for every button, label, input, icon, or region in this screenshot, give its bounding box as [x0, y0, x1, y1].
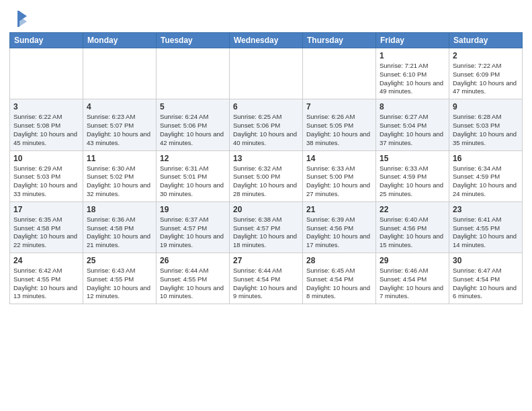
day-number: 6	[233, 102, 299, 111]
day-info: Sunrise: 6:34 AM Sunset: 4:59 PM Dayligh…	[453, 165, 519, 199]
calendar-cell: 23Sunrise: 6:41 AM Sunset: 4:55 PM Dayli…	[449, 201, 523, 253]
calendar-cell: 29Sunrise: 6:46 AM Sunset: 4:54 PM Dayli…	[376, 253, 449, 304]
calendar-cell	[230, 48, 303, 99]
calendar-cell: 27Sunrise: 6:44 AM Sunset: 4:54 PM Dayli…	[230, 253, 303, 304]
calendar-cell: 12Sunrise: 6:31 AM Sunset: 5:01 PM Dayli…	[157, 150, 230, 201]
day-number: 16	[453, 154, 519, 163]
day-number: 3	[13, 102, 79, 111]
calendar-cell: 16Sunrise: 6:34 AM Sunset: 4:59 PM Dayli…	[449, 150, 523, 201]
calendar-cell: 10Sunrise: 6:29 AM Sunset: 5:03 PM Dayli…	[10, 150, 83, 201]
day-info: Sunrise: 6:25 AM Sunset: 5:06 PM Dayligh…	[233, 113, 299, 147]
calendar-cell: 14Sunrise: 6:33 AM Sunset: 5:00 PM Dayli…	[303, 150, 376, 201]
day-number: 25	[87, 256, 152, 265]
day-number: 22	[380, 205, 445, 214]
calendar-cell: 1Sunrise: 7:21 AM Sunset: 6:10 PM Daylig…	[376, 48, 449, 99]
day-number: 30	[453, 256, 519, 265]
calendar-cell: 30Sunrise: 6:47 AM Sunset: 4:54 PM Dayli…	[449, 253, 523, 304]
day-number: 1	[380, 51, 445, 60]
day-number: 13	[233, 154, 299, 163]
day-number: 26	[160, 256, 226, 265]
page: SundayMondayTuesdayWednesdayThursdayFrid…	[0, 0, 532, 411]
calendar-week-row: 10Sunrise: 6:29 AM Sunset: 5:03 PM Dayli…	[10, 150, 523, 201]
day-of-week-header: Saturday	[449, 33, 523, 48]
day-info: Sunrise: 6:41 AM Sunset: 4:55 PM Dayligh…	[453, 216, 519, 250]
day-info: Sunrise: 6:33 AM Sunset: 5:00 PM Dayligh…	[306, 165, 372, 199]
day-number: 28	[306, 256, 372, 265]
day-number: 24	[13, 256, 79, 265]
calendar-cell: 8Sunrise: 6:27 AM Sunset: 5:04 PM Daylig…	[376, 99, 449, 150]
day-info: Sunrise: 6:40 AM Sunset: 4:56 PM Dayligh…	[380, 216, 445, 250]
day-info: Sunrise: 6:33 AM Sunset: 4:59 PM Dayligh…	[380, 165, 445, 199]
day-info: Sunrise: 6:44 AM Sunset: 4:55 PM Dayligh…	[160, 267, 226, 301]
logo-icon	[9, 9, 28, 28]
svg-rect-3	[17, 11, 19, 27]
day-info: Sunrise: 6:30 AM Sunset: 5:02 PM Dayligh…	[87, 165, 152, 199]
calendar-cell	[10, 48, 83, 99]
day-info: Sunrise: 6:42 AM Sunset: 4:55 PM Dayligh…	[13, 267, 79, 301]
day-info: Sunrise: 6:36 AM Sunset: 4:58 PM Dayligh…	[87, 216, 152, 250]
day-info: Sunrise: 6:27 AM Sunset: 5:04 PM Dayligh…	[380, 113, 445, 147]
day-of-week-header: Thursday	[303, 33, 376, 48]
calendar-cell: 24Sunrise: 6:42 AM Sunset: 4:55 PM Dayli…	[10, 253, 83, 304]
day-info: Sunrise: 6:24 AM Sunset: 5:06 PM Dayligh…	[160, 113, 226, 147]
day-info: Sunrise: 6:46 AM Sunset: 4:54 PM Dayligh…	[380, 267, 445, 301]
day-info: Sunrise: 6:47 AM Sunset: 4:54 PM Dayligh…	[453, 267, 519, 301]
day-info: Sunrise: 6:35 AM Sunset: 4:58 PM Dayligh…	[13, 216, 79, 250]
calendar-cell: 21Sunrise: 6:39 AM Sunset: 4:56 PM Dayli…	[303, 201, 376, 253]
calendar-header-row: SundayMondayTuesdayWednesdayThursdayFrid…	[10, 33, 523, 48]
day-number: 19	[160, 205, 226, 214]
calendar-cell: 20Sunrise: 6:38 AM Sunset: 4:57 PM Dayli…	[230, 201, 303, 253]
day-info: Sunrise: 6:39 AM Sunset: 4:56 PM Dayligh…	[306, 216, 372, 250]
day-of-week-header: Monday	[83, 33, 157, 48]
day-info: Sunrise: 6:26 AM Sunset: 5:05 PM Dayligh…	[306, 113, 372, 147]
day-number: 14	[306, 154, 372, 163]
calendar-cell: 28Sunrise: 6:45 AM Sunset: 4:54 PM Dayli…	[303, 253, 376, 304]
day-number: 21	[306, 205, 372, 214]
calendar-cell: 26Sunrise: 6:44 AM Sunset: 4:55 PM Dayli…	[157, 253, 230, 304]
calendar-cell: 6Sunrise: 6:25 AM Sunset: 5:06 PM Daylig…	[230, 99, 303, 150]
day-number: 12	[160, 154, 226, 163]
calendar-cell: 18Sunrise: 6:36 AM Sunset: 4:58 PM Dayli…	[83, 201, 157, 253]
day-info: Sunrise: 6:45 AM Sunset: 4:54 PM Dayligh…	[306, 267, 372, 301]
day-number: 5	[160, 102, 226, 111]
calendar-week-row: 17Sunrise: 6:35 AM Sunset: 4:58 PM Dayli…	[10, 201, 523, 253]
day-info: Sunrise: 6:43 AM Sunset: 4:55 PM Dayligh…	[87, 267, 152, 301]
calendar-cell: 11Sunrise: 6:30 AM Sunset: 5:02 PM Dayli…	[83, 150, 157, 201]
day-info: Sunrise: 6:28 AM Sunset: 5:03 PM Dayligh…	[453, 113, 519, 147]
calendar-cell: 19Sunrise: 6:37 AM Sunset: 4:57 PM Dayli…	[157, 201, 230, 253]
calendar-cell	[157, 48, 230, 99]
day-number: 17	[13, 205, 79, 214]
day-info: Sunrise: 6:31 AM Sunset: 5:01 PM Dayligh…	[160, 165, 226, 199]
calendar-cell: 3Sunrise: 6:22 AM Sunset: 5:08 PM Daylig…	[10, 99, 83, 150]
calendar-week-row: 3Sunrise: 6:22 AM Sunset: 5:08 PM Daylig…	[10, 99, 523, 150]
calendar-cell: 15Sunrise: 6:33 AM Sunset: 4:59 PM Dayli…	[376, 150, 449, 201]
logo	[9, 9, 31, 28]
calendar-cell: 9Sunrise: 6:28 AM Sunset: 5:03 PM Daylig…	[449, 99, 523, 150]
calendar-cell	[83, 48, 157, 99]
day-number: 9	[453, 102, 519, 111]
day-number: 7	[306, 102, 372, 111]
calendar-cell: 7Sunrise: 6:26 AM Sunset: 5:05 PM Daylig…	[303, 99, 376, 150]
day-number: 8	[380, 102, 445, 111]
calendar-week-row: 24Sunrise: 6:42 AM Sunset: 4:55 PM Dayli…	[10, 253, 523, 304]
day-info: Sunrise: 6:38 AM Sunset: 4:57 PM Dayligh…	[233, 216, 299, 250]
calendar: SundayMondayTuesdayWednesdayThursdayFrid…	[9, 32, 523, 304]
day-number: 23	[453, 205, 519, 214]
day-number: 2	[453, 51, 519, 60]
day-number: 27	[233, 256, 299, 265]
calendar-cell: 13Sunrise: 6:32 AM Sunset: 5:00 PM Dayli…	[230, 150, 303, 201]
day-info: Sunrise: 7:22 AM Sunset: 6:09 PM Dayligh…	[453, 62, 519, 96]
day-number: 11	[87, 154, 152, 163]
day-number: 29	[380, 256, 445, 265]
day-number: 18	[87, 205, 152, 214]
day-info: Sunrise: 7:21 AM Sunset: 6:10 PM Dayligh…	[380, 62, 445, 96]
calendar-cell: 4Sunrise: 6:23 AM Sunset: 5:07 PM Daylig…	[83, 99, 157, 150]
day-number: 10	[13, 154, 79, 163]
day-of-week-header: Sunday	[10, 33, 83, 48]
day-info: Sunrise: 6:37 AM Sunset: 4:57 PM Dayligh…	[160, 216, 226, 250]
day-number: 20	[233, 205, 299, 214]
day-info: Sunrise: 6:44 AM Sunset: 4:54 PM Dayligh…	[233, 267, 299, 301]
day-info: Sunrise: 6:22 AM Sunset: 5:08 PM Dayligh…	[13, 113, 79, 147]
day-info: Sunrise: 6:29 AM Sunset: 5:03 PM Dayligh…	[13, 165, 79, 199]
calendar-cell: 2Sunrise: 7:22 AM Sunset: 6:09 PM Daylig…	[449, 48, 523, 99]
